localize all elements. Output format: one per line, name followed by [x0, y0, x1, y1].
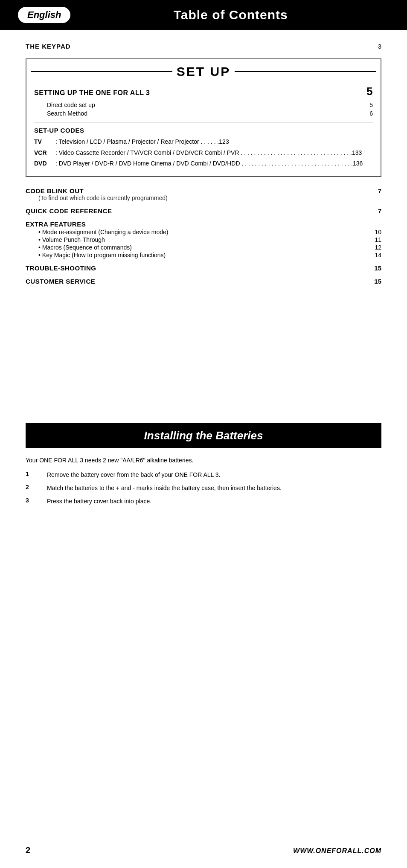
keypad-label: THE KEYPAD [26, 43, 71, 50]
toc-extra-item-1: • Volume Punch-Through 11 [26, 236, 381, 243]
step-num-3: 3 [26, 497, 47, 504]
toc-customer-page: 15 [374, 278, 381, 285]
toc-extra-item-0: • Mode re-assignment (Changing a device … [26, 229, 381, 235]
toc-code-blink-heading: CODE BLINK OUT [26, 187, 84, 195]
toc-quick-code: QUICK CODE REFERENCE 7 [26, 207, 381, 215]
footer-page-number: 2 [26, 845, 30, 855]
batteries-step-3: 3 Press the battery cover back into plac… [26, 497, 381, 506]
main-content: THE KEYPAD 3 SET UP SETTING UP THE ONE F… [0, 30, 407, 304]
code-row-vcr: VCR : Video Cassette Recorder / TV/VCR C… [34, 148, 373, 158]
setup-title-row: SET UP [26, 59, 381, 81]
setup-sub-label-0: Direct code set up [47, 102, 369, 108]
toc-code-blink: CODE BLINK OUT 7 (To find out which code… [26, 187, 381, 201]
toc-extra-label-3: • Key Magic (How to program missing func… [38, 252, 166, 258]
code-type-vcr: VCR [34, 148, 55, 157]
setup-section-title: SETTING UP THE ONE FOR ALL 3 5 [34, 85, 373, 98]
batteries-step-2: 2 Match the batteries to the + and - mar… [26, 484, 381, 493]
footer-url: WWW.ONEFORALL.COM [293, 847, 381, 855]
page: English Table of Contents THE KEYPAD 3 S… [0, 0, 407, 868]
setup-section-page: 5 [366, 85, 373, 98]
toc-extra-features-heading: EXTRA FEATURES [26, 221, 381, 228]
keypad-page: 3 [378, 43, 381, 50]
toc-code-blink-sub: (To find out which code is currently pro… [26, 195, 381, 201]
header-bar: English Table of Contents [0, 0, 407, 30]
batteries-intro: Your ONE FOR ALL 3 needs 2 new "AA/LR6" … [26, 457, 381, 464]
toc-customer-row: CUSTOMER SERVICE 15 [26, 278, 381, 285]
spacer [0, 304, 407, 423]
setup-codes-title: SET-UP CODES [34, 127, 373, 134]
setup-sub-row-0: Direct code set up 5 [34, 101, 373, 109]
setup-box: SET UP SETTING UP THE ONE FOR ALL 3 5 Di… [26, 58, 381, 177]
step-text-2: Match the batteries to the + and - marks… [47, 484, 381, 493]
step-text-3: Press the battery cover back into place. [47, 497, 381, 506]
code-desc-vcr: : Video Cassette Recorder / TV/VCR Combi… [55, 148, 373, 158]
code-type-dvd: DVD [34, 159, 55, 168]
setup-sub-row-1: Search Method 6 [34, 109, 373, 118]
toc-trouble-heading: TROUBLE-SHOOTING [26, 264, 96, 272]
toc-extra-item-3: • Key Magic (How to program missing func… [26, 252, 381, 258]
header-title: Table of Contents [71, 8, 407, 22]
code-desc-tv: : Television / LCD / Plasma / Projector … [55, 137, 373, 147]
toc-trouble-row: TROUBLE-SHOOTING 15 [26, 264, 381, 272]
toc-customer: CUSTOMER SERVICE 15 [26, 278, 381, 285]
toc-extra-label-1: • Volume Punch-Through [38, 236, 105, 243]
keypad-row: THE KEYPAD 3 [26, 43, 381, 50]
footer: 2 WWW.ONEFORALL.COM [26, 845, 381, 855]
english-badge: English [17, 6, 71, 24]
setup-sub-page-0: 5 [369, 102, 373, 108]
toc-extra-features: EXTRA FEATURES • Mode re-assignment (Cha… [26, 221, 381, 258]
toc-code-blink-row: CODE BLINK OUT 7 [26, 187, 381, 195]
setup-divider [34, 122, 373, 122]
toc-code-blink-page: 7 [378, 187, 381, 195]
batteries-step-1: 1 Remove the battery cover from the back… [26, 470, 381, 479]
toc-extra-page-3: 14 [375, 252, 381, 258]
step-num-1: 1 [26, 470, 47, 477]
setup-line-left [31, 71, 172, 72]
step-text-1: Remove the battery cover from the back o… [47, 470, 381, 479]
setup-sub-label-1: Search Method [47, 110, 369, 117]
toc-extra-item-2: • Macros (Sequence of commands) 12 [26, 244, 381, 251]
toc-extra-page-2: 12 [375, 244, 381, 251]
toc-extra-label-0: • Mode re-assignment (Changing a device … [38, 229, 169, 235]
code-row-tv: TV : Television / LCD / Plasma / Project… [34, 137, 373, 147]
code-row-dvd: DVD : DVD Player / DVD-R / DVD Home Cine… [34, 159, 373, 168]
toc-quick-code-heading: QUICK CODE REFERENCE [26, 207, 112, 215]
toc-extra-page-0: 10 [375, 229, 381, 235]
toc-quick-code-page: 7 [378, 207, 381, 215]
toc-quick-code-row: QUICK CODE REFERENCE 7 [26, 207, 381, 215]
step-num-2: 2 [26, 484, 47, 491]
setup-title: SET UP [177, 64, 230, 79]
setup-line-right [235, 71, 376, 72]
batteries-content: Your ONE FOR ALL 3 needs 2 new "AA/LR6" … [0, 448, 407, 523]
toc-customer-heading: CUSTOMER SERVICE [26, 278, 95, 285]
toc-trouble: TROUBLE-SHOOTING 15 [26, 264, 381, 272]
toc-extra-page-1: 11 [375, 236, 381, 243]
setup-section-label: SETTING UP THE ONE FOR ALL 3 [34, 89, 150, 97]
setup-inner: SETTING UP THE ONE FOR ALL 3 5 Direct co… [26, 81, 381, 176]
toc-trouble-page: 15 [374, 264, 381, 272]
toc-extra-label-2: • Macros (Sequence of commands) [38, 244, 132, 251]
code-type-tv: TV [34, 137, 55, 146]
batteries-bar: Installing the Batteries [26, 423, 381, 448]
code-desc-dvd: : DVD Player / DVD-R / DVD Home Cinema /… [55, 159, 373, 168]
setup-sub-page-1: 6 [369, 110, 373, 117]
